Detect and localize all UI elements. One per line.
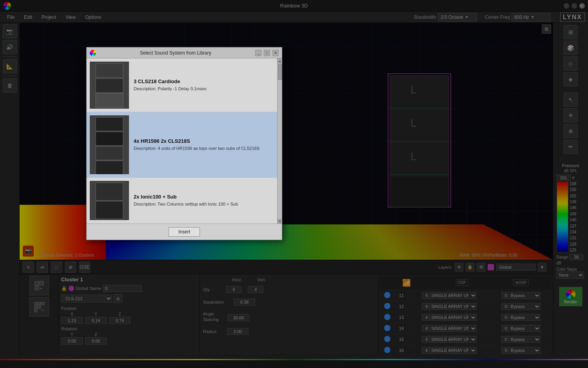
dialog-close-btn[interactable]: ✕: [272, 50, 279, 56]
list-item[interactable]: 2x Ionic100 + Sub Description: Two Colum…: [87, 178, 277, 224]
item-info: 2x Ionic100 + Sub Description: Two Colum…: [134, 194, 274, 207]
item-description: Description: Polarity -1 Delay 0.1msec: [134, 86, 274, 92]
svg-rect-29: [96, 146, 123, 160]
item-name: 2x Ionic100 + Sub: [134, 194, 274, 200]
dialog-scrollbar[interactable]: ▲ ▼: [277, 58, 282, 224]
svg-rect-31: [96, 183, 123, 200]
scroll-track: [278, 63, 282, 219]
svg-rect-28: [96, 132, 123, 146]
svg-rect-26: [96, 93, 123, 107]
item-description: Description: Two Columns setttup with Io…: [134, 201, 274, 207]
dialog-footer: Insert: [87, 224, 282, 240]
item-description: Description: 4 units of HR1596 as tops o…: [134, 146, 274, 151]
item-name: 3 CLS218 Cardiode: [134, 78, 274, 84]
svg-rect-27: [96, 117, 123, 131]
dialog-icon: [90, 50, 96, 56]
insert-button[interactable]: Insert: [169, 227, 200, 237]
item-image: [90, 115, 129, 174]
dialog-list: 3 CLS218 Cardiode Description: Polarity …: [87, 58, 282, 224]
svg-rect-30: [96, 161, 123, 174]
svg-rect-32: [96, 201, 123, 219]
item-info: 4x HR1596 2x CLS218S Description: 4 unit…: [134, 138, 274, 151]
item-name: 4x HR1596 2x CLS218S: [134, 138, 274, 144]
scroll-down-btn[interactable]: ▼: [278, 219, 282, 224]
modal-overlay[interactable]: Select Sound System from Library _ □ ✕ 3…: [0, 0, 588, 368]
dialog-title: Select Sound System from Library: [98, 50, 253, 56]
list-item[interactable]: 3 CLS218 Cardiode Description: Polarity …: [87, 58, 277, 112]
item-image: [90, 181, 129, 220]
scroll-up-btn[interactable]: ▲: [278, 58, 282, 63]
item-info: 3 CLS218 Cardiode Description: Polarity …: [134, 78, 274, 92]
svg-rect-24: [96, 64, 123, 78]
dialog-minimize-btn[interactable]: _: [255, 50, 261, 56]
dialog-content: 3 CLS218 Cardiode Description: Polarity …: [87, 58, 282, 224]
dialog-titlebar: Select Sound System from Library _ □ ✕: [87, 47, 282, 58]
library-dialog: Select Sound System from Library _ □ ✕ 3…: [86, 47, 282, 240]
library-items-container: 3 CLS218 Cardiode Description: Polarity …: [87, 58, 277, 224]
item-image: [90, 62, 129, 109]
dialog-maximize-btn[interactable]: □: [264, 50, 270, 56]
svg-rect-25: [96, 78, 123, 93]
list-item[interactable]: 4x HR1596 2x CLS218S Description: 4 unit…: [87, 112, 277, 178]
scroll-thumb[interactable]: [278, 64, 282, 80]
